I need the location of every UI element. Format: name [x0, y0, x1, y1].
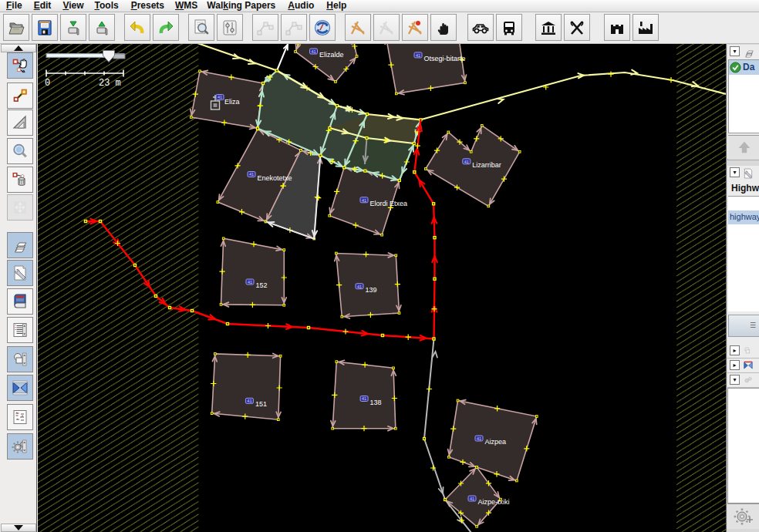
svg-text:Eliza: Eliza — [224, 98, 240, 106]
svg-text:139: 139 — [366, 286, 377, 294]
svg-text:23 m: 23 m — [99, 78, 121, 89]
svg-text:41: 41 — [477, 436, 481, 441]
svg-text:41: 41 — [249, 172, 254, 177]
svg-text:41: 41 — [362, 198, 366, 203]
svg-text:0: 0 — [45, 78, 50, 89]
svg-text:Otsegi-bitarte: Otsegi-bitarte — [424, 55, 466, 62]
svg-text:Elizalde: Elizalde — [319, 51, 344, 59]
svg-text:151: 151 — [255, 400, 267, 408]
svg-text:Enekotetxe: Enekotetxe — [258, 174, 292, 182]
svg-text:Aizpea: Aizpea — [485, 438, 507, 446]
svg-text:41: 41 — [416, 53, 420, 58]
svg-text:41: 41 — [362, 396, 366, 401]
svg-text:41: 41 — [248, 280, 252, 285]
svg-text:41: 41 — [470, 497, 474, 501]
svg-text:41: 41 — [218, 95, 222, 99]
svg-text:Aizpe-txiki: Aizpe-txiki — [478, 498, 510, 506]
svg-text:41: 41 — [464, 160, 469, 164]
svg-text:Lizarribar: Lizarribar — [472, 161, 501, 169]
svg-text:Elordi Etxea: Elordi Etxea — [370, 200, 408, 207]
svg-text:138: 138 — [370, 399, 382, 406]
svg-text:152: 152 — [256, 281, 268, 289]
svg-text:41: 41 — [247, 399, 251, 403]
svg-text:41: 41 — [311, 49, 315, 54]
svg-text:41: 41 — [357, 285, 362, 289]
